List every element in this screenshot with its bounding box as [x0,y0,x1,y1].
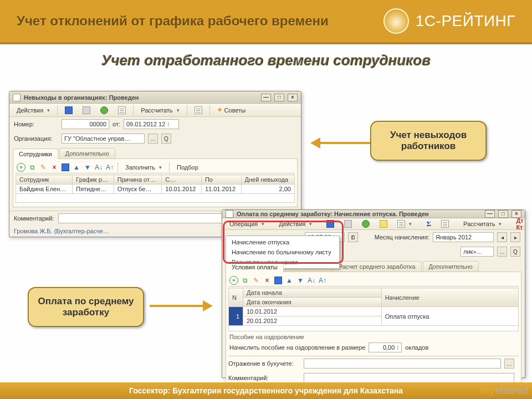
col-from[interactable]: С… [162,175,202,185]
sort-asc-icon[interactable]: A↓ [94,163,103,172]
col-reason[interactable]: Причина от… [114,175,162,185]
col-date-start[interactable]: Дата начала [243,288,382,298]
save-button[interactable] [61,105,76,116]
org-open-button[interactable]: Q [161,134,171,144]
copy-button[interactable] [79,105,94,116]
select-button[interactable]: Подбор [173,162,202,173]
col-schedule[interactable]: График р… [73,175,114,185]
tab-employees[interactable]: Сотрудники [13,149,58,159]
row-insert-icon[interactable]: ⧉ [28,163,37,172]
row-add-icon[interactable]: + [17,163,25,172]
time-pick-button[interactable]: 🗓 [348,232,358,242]
slide-title: Учет отклонений от графика рабочего врем… [17,13,329,29]
sort-desc-icon[interactable]: A↑ [105,163,114,172]
minimize-button[interactable]: — [261,94,271,101]
user-link[interactable]: Громова Ж.Б. (Бухгалтер-расче… [14,228,109,234]
row-delete-icon[interactable]: × [50,163,59,172]
tree-button[interactable] [191,105,206,116]
month-input[interactable]: Январь 2012 [433,232,494,242]
slide-header: Учет отклонений от графика рабочего врем… [0,0,532,44]
employees-grid[interactable]: Сотрудник График р… Причина от… С… По Дн… [16,175,295,203]
watermark: myshared [480,384,528,397]
month-next-button[interactable]: ▸ [510,232,520,242]
sort-desc-icon[interactable]: A↑ [318,276,327,285]
row-up-icon[interactable]: ▲ [285,276,294,285]
row-delete-icon[interactable]: × [263,276,272,285]
col-n[interactable]: N [229,288,243,307]
dk-button[interactable]: ДтКт [512,218,527,229]
go-button[interactable] [96,105,112,116]
label-month: Месяц начисления: [375,234,429,241]
nav-menu[interactable] [393,218,416,229]
highlight-operation-menu [223,221,344,264]
table-row [16,194,295,203]
eq-button[interactable] [376,218,391,229]
conditions-grid[interactable]: N Дата начала Начисление Дата окончания … [228,288,519,331]
cell-accrual[interactable]: Оплата отпуска [381,307,518,326]
arrow-left-icon [310,137,370,149]
col-employee[interactable]: Сотрудник [16,175,73,185]
reflection-pick-button[interactable]: … [504,359,514,369]
list-button[interactable] [114,105,130,116]
tab-additional[interactable]: Дополнительно [59,148,115,158]
table-row[interactable]: Байдина Елен… Пятидне… Отпуск бе… 10.01.… [16,185,295,194]
calc-menu[interactable]: Рассчитать [459,218,505,229]
go-icon [100,106,108,114]
row-insert-icon[interactable]: ⧉ [241,276,249,285]
comment-input[interactable] [304,373,514,383]
cell-days[interactable]: 2,00 [241,185,294,194]
maximize-button[interactable]: □ [274,94,284,101]
date-input[interactable]: 09.01.2012 12 [124,119,179,129]
number-input[interactable]: 00000 [62,119,109,129]
advice-button[interactable]: ✦Советы [213,105,249,116]
row-add-icon[interactable]: + [229,276,238,285]
window-avgpay-titlebar[interactable]: Оплата по среднему заработку: Начисление… [222,210,525,218]
calc-menu[interactable]: Рассчитать [137,105,183,116]
tab-additional[interactable]: Дополнительно [423,261,479,272]
row-edit-icon[interactable]: ✎ [252,276,260,285]
cell-from[interactable]: 10.01.2012 [162,185,202,194]
go-icon [362,220,370,228]
maximize-button[interactable]: □ [498,210,508,218]
tab-avg-calc[interactable]: Расчет среднего заработка [332,261,422,272]
month-prev-button[interactable]: ◂ [497,232,507,242]
table-row[interactable]: 1 10.01.2012 Оплата отпуска [229,307,519,316]
row-save-icon[interactable] [61,163,70,172]
close-button[interactable]: × [288,94,298,101]
col-date-end[interactable]: Дата окончания [243,298,382,307]
cell-date-start[interactable]: 10.01.2012 [243,307,382,316]
cell-reason[interactable]: Отпуск бе… [114,185,162,194]
org-pick-button[interactable]: … [497,247,507,257]
fill-menu[interactable]: Заполнить [121,162,166,173]
close-button[interactable]: × [511,210,521,218]
col-accrual[interactable]: Начисление [381,288,518,307]
list-button[interactable] [437,218,453,229]
col-days[interactable]: Дней невыхода [241,175,294,185]
go-button[interactable] [358,218,374,229]
minimize-button[interactable]: — [485,210,495,218]
col-to[interactable]: По [201,175,241,185]
row-up-icon[interactable]: ▲ [72,163,81,172]
cell-employee[interactable]: Байдина Елен… [16,185,73,194]
row-save-icon[interactable] [274,276,283,285]
row-edit-icon[interactable]: ✎ [39,163,48,172]
org-open-button[interactable]: Q [510,247,520,257]
window-absence-titlebar[interactable]: Невыходы в организациях: Проведен — □ × [9,91,301,104]
org-tail-input[interactable]: лик»… [461,247,494,257]
window-absence-toolbar: Действия Рассчитать ✦Советы [9,104,301,117]
actions-menu[interactable]: Действия [13,105,54,116]
org-pick-button[interactable]: … [148,134,158,144]
organization-input[interactable]: ГУ "Областное управ… [62,134,145,144]
tree-button[interactable] [530,218,532,229]
cell-schedule[interactable]: Пятидне… [73,185,114,194]
cell-to[interactable]: 11.01.2012 [201,185,241,194]
row-down-icon[interactable]: ▼ [83,163,92,172]
sum-button[interactable]: Σ [422,218,435,229]
row-down-icon[interactable]: ▼ [296,276,305,285]
reflection-input[interactable] [304,359,501,369]
allowance-amount-input[interactable]: 0,00 [369,342,402,352]
sort-asc-icon[interactable]: A↓ [307,276,316,285]
section-allowance: Пособие на оздоровление [228,331,519,341]
cell-date-end[interactable]: 20.01.2012 [243,316,382,326]
cell-n[interactable]: 1 [229,307,243,326]
